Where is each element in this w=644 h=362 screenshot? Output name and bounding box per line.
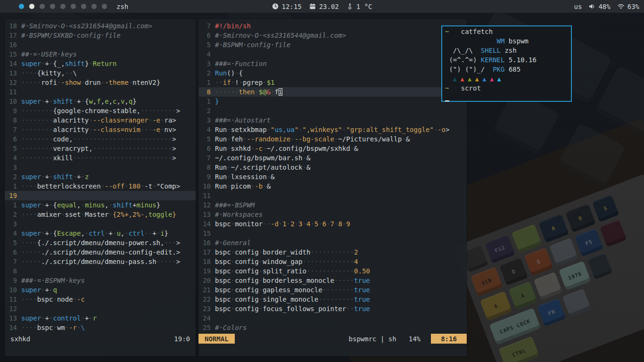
code-segment: /\_/\ — [445, 47, 481, 54]
code-segment: ▲ — [453, 75, 461, 82]
code-segment: -theme — [105, 79, 129, 86]
code-segment: · — [231, 248, 235, 256]
editor-window-sxhkd[interactable]: 18#·Smirnov-O·<ss2316544@gmail.com>17#·B… — [5, 19, 196, 356]
workspace-dot-7-empty[interactable] — [81, 4, 86, 9]
workspace-dot-5-empty[interactable] — [60, 4, 66, 9]
workspace-dot-3-empty[interactable] — [40, 4, 45, 9]
code-segment: · — [73, 173, 77, 181]
workspace-dot-9-empty[interactable] — [102, 4, 107, 9]
code-segment: ###=·Autostart — [215, 116, 271, 124]
code-segment: · — [89, 126, 92, 133]
network-module[interactable]: 63% — [617, 3, 639, 10]
code-segment: ~/.config/bspwm/bar.sh — [215, 154, 302, 162]
code-segment: --bg-scale — [295, 135, 334, 143]
workspace-dot-1-active[interactable] — [19, 4, 24, 9]
code-segment: KERNEL — [481, 56, 505, 64]
code-segment: {./.script/dmenu/dmenu-power.sh, — [37, 239, 165, 247]
line-number: 25 — [198, 323, 211, 332]
date-value: 23.02 — [319, 3, 339, 10]
line-number: 13 — [198, 210, 211, 219]
code-segment: + — [45, 230, 49, 237]
code-segment: WM — [497, 37, 505, 45]
code-segment: & — [271, 173, 274, 181]
code-segment: · — [124, 230, 128, 237]
workspace-dot-4-empty[interactable] — [50, 4, 55, 9]
code-segment: · — [263, 79, 266, 86]
code-segment: · — [350, 145, 354, 152]
code-segment: #·Smirnov-O·<ss2316544@gmail.com> — [215, 32, 346, 39]
code-text: #·BSPWM/SXKBD·config·file — [21, 31, 121, 40]
code-segment: , — [109, 98, 113, 105]
code-segment: , — [93, 98, 97, 105]
code-text: bspc·config·border_width···········2 — [215, 247, 358, 257]
code-segment: · — [227, 126, 231, 133]
code-text: Run·setxkbmap·"us,ua"·",winkeys"·"grp:al… — [215, 125, 449, 134]
line-number: 2 — [5, 172, 17, 181]
code-segment: & — [267, 88, 271, 96]
code-segment: · — [259, 296, 263, 303]
line-number: 8 — [198, 163, 211, 172]
code-segment: ",winkeys" — [303, 126, 342, 133]
top-bar: zsh 12:15 23.02 1 °C us 48% — [0, 0, 644, 13]
code-segment: -show — [61, 79, 81, 86]
keyboard-layout-value[interactable]: us — [574, 3, 582, 10]
code-segment: } — [132, 98, 136, 105]
code-line: 9Run·lxsession·& — [198, 172, 467, 181]
code-segment: config — [235, 296, 259, 303]
code-line: 11 — [198, 191, 467, 200]
code-segment: ·· — [263, 220, 271, 228]
code-segment: #·Smirnov-O·<ss2316544@gmail.com> — [21, 22, 152, 30]
code-segment: · — [101, 79, 105, 86]
code-segment: bspc — [37, 296, 53, 303]
line-number: 15 — [198, 229, 211, 238]
code-segment: · — [41, 60, 45, 67]
workspace-dot-2-occupied[interactable] — [29, 4, 34, 9]
workspace-dot-8-empty[interactable] — [91, 4, 97, 9]
code-text: ········code,·························> — [21, 134, 176, 144]
code-segment: -r — [69, 324, 77, 331]
workspace-dot-6-empty[interactable] — [71, 4, 76, 9]
code-segment: > — [172, 154, 176, 162]
code-line: 6·····./.script/dmenu/dmenu-config-edit.… — [5, 247, 196, 257]
code-segment: ··········· — [310, 248, 354, 256]
code-segment: · — [227, 164, 231, 171]
code-line: 1super·+·{equal,·minus,·shift+minus} — [5, 200, 196, 210]
code-segment: ##·=·USER·keys — [21, 50, 77, 58]
vim-mode-badge: NORMAL — [198, 334, 235, 344]
code-text: ····bspc·node·-c — [21, 295, 85, 304]
code-line: 4super·+·{Escape,·ctrl·+·u,·ctrl··+·i} — [5, 229, 196, 238]
code-line: 13#·Workspaces — [198, 210, 467, 219]
code-segment: · — [303, 220, 306, 228]
code-segment: #·BSPWM·config·file — [215, 41, 290, 49]
line-number: 16 — [5, 40, 17, 49]
code-segment: monitor — [235, 220, 263, 228]
code-segment: ▲ — [468, 75, 475, 82]
code-segment: super — [21, 230, 41, 237]
code-text: ········veracrypt,····················> — [21, 144, 176, 153]
line-number: 7 — [198, 21, 211, 31]
line-number: 8 — [198, 87, 211, 97]
floating-terminal-catfetch[interactable]: ~ catfetch WM bspwm /\_/\ SHELL zsh (=^.… — [441, 25, 572, 102]
code-segment: ctrl — [89, 230, 105, 237]
code-segment: amixer — [37, 211, 61, 218]
volume-module[interactable]: 48% — [588, 3, 610, 10]
code-segment: bspc — [37, 324, 53, 331]
code-segment: ···· — [21, 69, 37, 77]
code-segment: ········· — [318, 296, 354, 303]
code-line: 4········xkill·························> — [5, 153, 196, 163]
code-line: 10Run·picom·-b·& — [198, 181, 467, 191]
code-segment: gapless_monocle — [263, 286, 322, 294]
code-segment: node — [57, 296, 73, 303]
code-segment: config — [235, 305, 259, 313]
editor-window-bspwmrc[interactable]: 7#!/bin/sh6#·Smirnov-O·<ss2316544@gmail.… — [198, 19, 467, 356]
code-text: super·+·q — [21, 285, 57, 295]
line-number: 16 — [198, 238, 211, 247]
code-text: } — [215, 97, 219, 106]
code-segment: wm — [57, 324, 65, 331]
code-segment: Run — [215, 145, 227, 152]
bar-right-modules: us 48% 63% — [574, 3, 639, 10]
code-segment: z — [85, 173, 89, 181]
code-segment: ···· — [21, 296, 37, 303]
code-segment: sset — [65, 211, 81, 218]
code-segment: · — [267, 173, 271, 181]
